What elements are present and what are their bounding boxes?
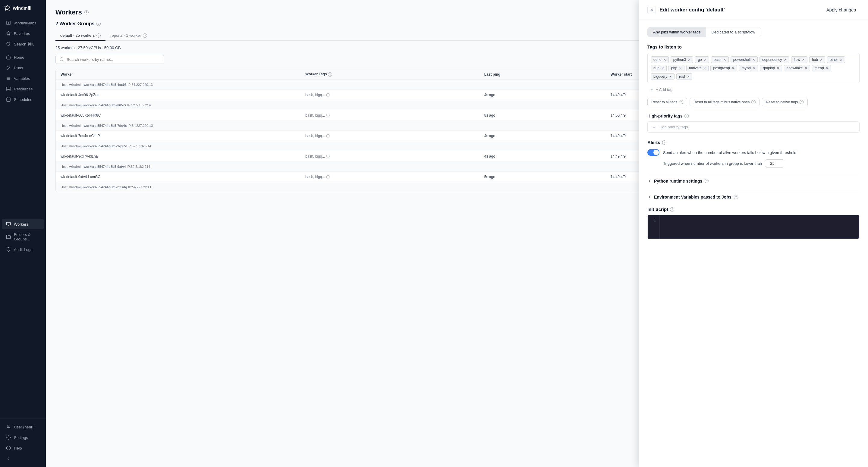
panel-close-button[interactable] (647, 6, 656, 14)
tag-label: other (830, 58, 838, 62)
reset-native-button[interactable]: Reset to native tags ? (762, 98, 808, 106)
host-name: windmill-workers-554744b8b5-4cx96 (69, 83, 127, 87)
tag-remove-bun[interactable]: ✕ (661, 66, 664, 70)
tag-remove-flow[interactable]: ✕ (802, 58, 805, 62)
svg-point-3 (7, 87, 10, 88)
reset-minus-native-info[interactable]: ? (751, 100, 755, 104)
reset-native-label: Reset to native tags (766, 100, 798, 104)
mode-tab-any[interactable]: Any jobs within worker tags (648, 27, 706, 37)
sidebar-item-workspace[interactable]: windmill-labs (2, 18, 44, 28)
sidebar-item-search[interactable]: Search ⌘K (2, 39, 44, 49)
sidebar-item-variables[interactable]: Variables (2, 73, 44, 84)
python-runtime-header[interactable]: Python runtime settings ? (647, 175, 860, 187)
tag-bash: bash✕ (711, 56, 729, 63)
tab-default[interactable]: default - 25 workers ? (56, 31, 105, 41)
tag-remove-bigquery[interactable]: ✕ (669, 75, 672, 79)
host-ip: IP:52.5.182.214 (127, 165, 150, 168)
threshold-input[interactable] (765, 159, 784, 167)
python-runtime-info[interactable]: ? (705, 179, 709, 183)
folders-icon (6, 235, 11, 239)
tag-remove-dependency[interactable]: ✕ (784, 58, 786, 62)
sidebar-item-audit[interactable]: Audit Logs (2, 244, 44, 255)
init-script-section: Init Script ? 1 (647, 207, 860, 239)
sidebar-item-help[interactable]: Help (2, 443, 44, 453)
sidebar-collapse-button[interactable] (2, 454, 44, 464)
sidebar-item-workers[interactable]: Workers (2, 219, 44, 229)
tag-remove-rust[interactable]: ✕ (687, 75, 689, 79)
tag-remove-postgresql[interactable]: ✕ (732, 66, 735, 70)
search-bar-icon (59, 57, 64, 62)
init-script-editor[interactable]: 1 (647, 215, 860, 239)
tab-default-info[interactable]: ? (96, 33, 101, 38)
high-priority-input[interactable]: High priority tags (647, 121, 860, 132)
reset-minus-native-button[interactable]: Reset to all tags minus native ones ? (689, 98, 760, 106)
tag-remove-python3[interactable]: ✕ (688, 58, 690, 62)
workers-info-icon[interactable]: ? (84, 10, 89, 14)
sidebar-item-favorites[interactable]: Favorites (2, 28, 44, 38)
alerts-info-icon[interactable]: ? (662, 141, 666, 145)
sidebar-item-settings[interactable]: Settings (2, 432, 44, 443)
env-vars-info[interactable]: ? (734, 195, 738, 199)
tag-label: go (698, 58, 702, 62)
code-content[interactable] (660, 215, 859, 239)
init-script-info[interactable]: ? (670, 207, 674, 212)
tag-remove-other[interactable]: ✕ (840, 58, 842, 62)
tab-reports[interactable]: reports - 1 worker ? (105, 31, 152, 41)
sidebar-item-folders[interactable]: Folders & Groups... (2, 229, 44, 244)
tag-remove-snowflake[interactable]: ✕ (805, 66, 807, 70)
tag-remove-deno[interactable]: ✕ (663, 58, 666, 62)
worker-groups-label: 2 Worker Groups (56, 21, 95, 27)
app-logo[interactable]: Windmill (0, 0, 46, 15)
host-name: windmill-workers-554744b8b5-6657z (69, 103, 127, 107)
last-ping: 4s ago (479, 131, 606, 141)
tag-remove-hub[interactable]: ✕ (820, 58, 823, 62)
tags-col-info[interactable]: ? (328, 72, 332, 76)
worker-groups-info-icon[interactable]: ? (96, 22, 101, 26)
panel-header: Edit worker config 'default' Apply chang… (639, 0, 868, 20)
tag-remove-mssql[interactable]: ✕ (826, 66, 829, 70)
tag-remove-mysql[interactable]: ✕ (753, 66, 755, 70)
tab-reports-info[interactable]: ? (143, 33, 147, 38)
add-tag-button[interactable]: + Add tag (647, 86, 860, 93)
apply-changes-button[interactable]: Apply changes (823, 5, 860, 14)
worker-name: wk-default-4cx96-2pZan (56, 90, 301, 100)
python-runtime-chevron (647, 179, 652, 183)
tag-remove-graphql[interactable]: ✕ (777, 66, 779, 70)
tag-label: dependency (762, 58, 782, 62)
env-vars-header[interactable]: Environment Variables passed to Jobs ? (647, 191, 860, 203)
sidebar-item-resources[interactable]: Resources (2, 84, 44, 94)
reset-all-tags-button[interactable]: Reset to all tags ? (647, 98, 687, 106)
alert-toggle[interactable] (647, 149, 659, 156)
tag-remove-nativets[interactable]: ✕ (703, 66, 706, 70)
tag-go: go✕ (695, 56, 709, 63)
search-bar (56, 55, 164, 64)
tag-remove-php[interactable]: ✕ (679, 66, 682, 70)
line-numbers: 1 (648, 215, 660, 239)
sidebar-item-user[interactable]: User (henri) (2, 422, 44, 432)
env-vars-chevron (647, 195, 652, 199)
mode-tab-dedicated[interactable]: Dedicated to a script/flow (706, 27, 761, 37)
svg-point-7 (8, 437, 9, 438)
workers-page-title: Workers (56, 8, 82, 16)
last-ping: 4s ago (479, 151, 606, 162)
search-input[interactable] (67, 57, 160, 62)
tag-rust: rust✕ (676, 73, 692, 80)
hp-info-icon[interactable]: ? (684, 114, 689, 118)
reset-native-info[interactable]: ? (800, 100, 804, 104)
tag-remove-powershell[interactable]: ✕ (752, 58, 755, 62)
high-priority-label: High-priority tags ? (647, 114, 860, 118)
tag-remove-bash[interactable]: ✕ (723, 58, 726, 62)
tag-remove-go[interactable]: ✕ (704, 58, 707, 62)
tags-info-icon (326, 175, 330, 179)
worker-tags-cell: bash, bigq... (301, 131, 479, 141)
last-ping: 8s ago (479, 110, 606, 121)
tab-default-label: default - 25 workers (60, 33, 95, 38)
reset-all-info[interactable]: ? (679, 100, 683, 104)
user-label: User (henri) (14, 425, 35, 429)
sidebar-item-schedules[interactable]: Schedules (2, 94, 44, 104)
tag-dependency: dependency✕ (760, 56, 789, 63)
sidebar-item-runs[interactable]: Runs (2, 63, 44, 73)
tag-python3: python3✕ (671, 56, 693, 63)
svg-rect-5 (6, 222, 10, 225)
sidebar-item-home[interactable]: Home (2, 52, 44, 62)
